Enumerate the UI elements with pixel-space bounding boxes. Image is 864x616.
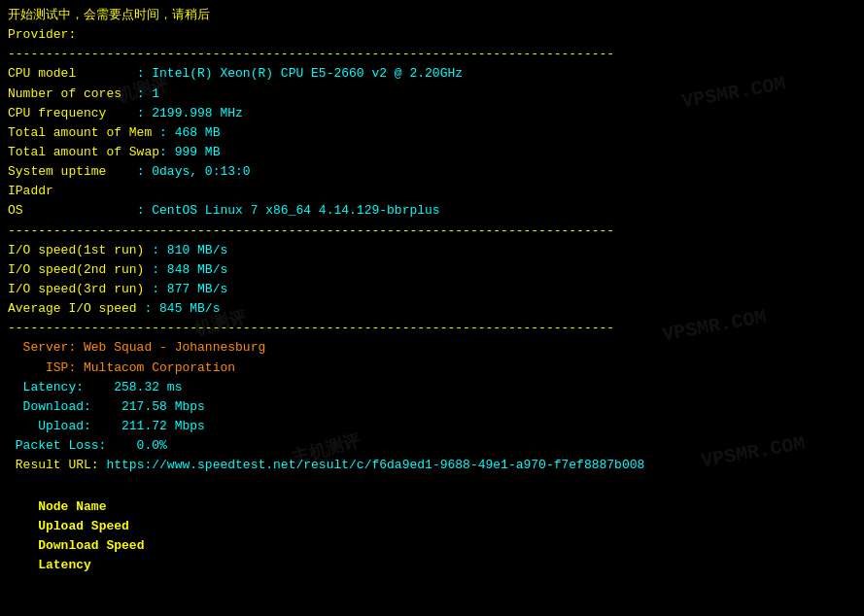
divider-3: ----------------------------------------… xyxy=(8,319,856,338)
st-server: Server: Web Squad - Johannesburg xyxy=(8,338,856,358)
speedtest-section: Server: Web Squad - Johannesburg ISP: Mu… xyxy=(8,338,856,475)
num-cores: Number of cores : 1 xyxy=(8,85,856,104)
divider-1: ----------------------------------------… xyxy=(8,45,856,64)
st-latency: Latency: 258.32 ms xyxy=(8,378,856,397)
cpu-freq: CPU frequency : 2199.998 MHz xyxy=(8,104,856,123)
swap-total: Total amount of Swap: 999 MB xyxy=(8,143,856,162)
io-1st: I/O speed(1st run) : 810 MB/s xyxy=(8,241,856,260)
st-download: Download: 217.58 Mbps xyxy=(8,397,856,417)
node-table-header: Node Name Upload Speed Download Speed La… xyxy=(8,477,856,595)
sysinfo-section: CPU model : Intel(R) Xeon(R) CPU E5-2660… xyxy=(8,64,856,221)
node-row-0: 上海 电信 194.31 Mbps 208.20 Mbps 31.55 ms xyxy=(8,595,856,616)
st-isp: ISP: Multacom Corporation xyxy=(8,359,856,378)
terminal: 机测评 VPSMR.COM 机测评 VPSMR.COM 主机测评 VPSMR.C… xyxy=(0,0,864,616)
mem-total: Total amount of Mem : 468 MB xyxy=(8,123,856,143)
io-2nd: I/O speed(2nd run) : 848 MB/s xyxy=(8,260,856,280)
io-section: I/O speed(1st run) : 810 MB/s I/O speed(… xyxy=(8,241,856,320)
st-result: Result URL: https://www.speedtest.net/re… xyxy=(8,456,856,475)
divider-2: ----------------------------------------… xyxy=(8,222,856,241)
cpu-model: CPU model : Intel(R) Xeon(R) CPU E5-2660… xyxy=(8,64,856,84)
uptime: System uptime : 0days, 0:13:0 xyxy=(8,162,856,182)
header-provider: Provider: xyxy=(8,25,856,45)
os: OS : CentOS Linux 7 x86_64 4.14.129-bbrp… xyxy=(8,201,856,221)
io-avg: Average I/O speed : 845 MB/s xyxy=(8,299,856,319)
ipaddr: IPaddr xyxy=(8,182,856,201)
st-packet: Packet Loss: 0.0% xyxy=(8,436,856,456)
st-upload: Upload: 211.72 Mbps xyxy=(8,417,856,436)
header-line1: 开始测试中，会需要点时间，请稍后 xyxy=(8,6,856,25)
io-3rd: I/O speed(3rd run) : 877 MB/s xyxy=(8,280,856,299)
